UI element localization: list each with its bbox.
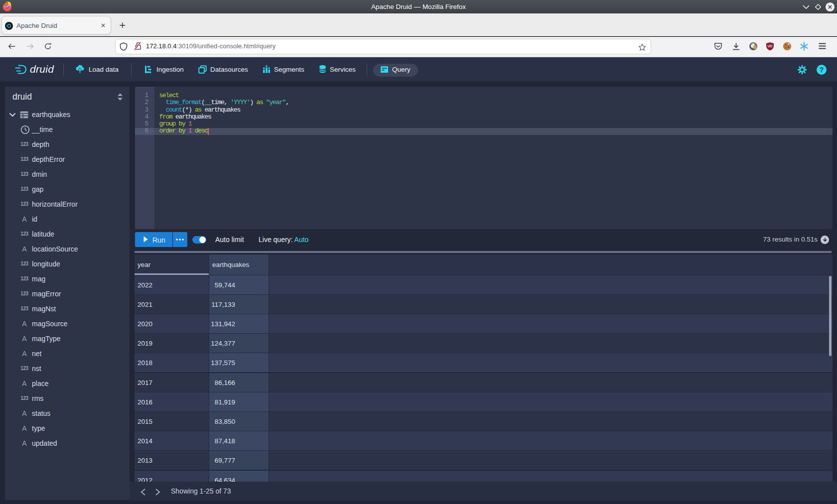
svg-text:UO: UO [768, 44, 773, 48]
